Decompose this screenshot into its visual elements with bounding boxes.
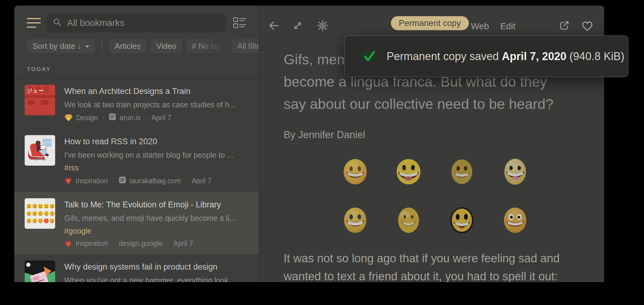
back-button[interactable] [266, 19, 281, 32]
emoji-row [342, 207, 529, 234]
filter-chip-articles[interactable]: Articles [109, 39, 146, 53]
search-input[interactable] [66, 17, 220, 28]
emoji-grinning-face-2-icon [395, 158, 422, 185]
emoji-grinning-face-3-icon [448, 158, 475, 185]
emoji-grinning-face-6-icon [395, 207, 422, 234]
date-label: April 7 [192, 177, 211, 185]
bookmark-title: When an Architect Designs a Train [64, 86, 235, 96]
bookmark-item[interactable]: How to read RSS in 2020 I've been workin… [14, 129, 259, 192]
checkmark-cloud-icon [359, 48, 379, 65]
meta-separator: · [112, 177, 115, 185]
bookmark-thumbnail [25, 135, 55, 166]
emoji-row [342, 158, 529, 185]
emoji-image-grid [342, 158, 529, 234]
collection-label[interactable]: Inspiration [76, 239, 108, 248]
source-label[interactable]: laurakalbag.com [129, 177, 181, 185]
date-label: April 7 [173, 239, 193, 248]
red-gem-icon [64, 240, 72, 248]
date-label: April 7 [151, 114, 171, 122]
bookmark-thumbnail: ジュー [25, 85, 55, 115]
bookmark-list: ジュー When an Architect Designs a Train We… [14, 78, 259, 282]
article-paragraph-line: It was not so long ago that if you were … [284, 249, 560, 267]
toast-permanent-copy-saved: Permanent copy saved April 7, 2020 (940.… [344, 35, 628, 77]
search-icon [53, 18, 62, 28]
bookmark-meta: Inspiration · laurakalbag.com · April 7 [64, 176, 233, 185]
filter-bar: Sort by date ↓ Articles Video # No tag A… [27, 39, 246, 53]
bookmark-tag[interactable]: #rss [64, 163, 233, 173]
collection-label[interactable]: Inspiration [76, 177, 108, 185]
thumbnail-text: ジュー [27, 87, 44, 94]
favicon-icon [109, 113, 116, 122]
toast-message-prefix: Permanent copy saved [387, 50, 502, 63]
sidebar-toolbar [27, 13, 246, 32]
bookmark-item-selected[interactable]: Talk to Me: The Evolution of Emoji - Lib… [14, 192, 259, 254]
filter-chip-all-filters[interactable]: All filters [232, 39, 259, 53]
emoji-grinning-face-5-icon [342, 207, 369, 234]
collection-label[interactable]: Design [76, 114, 98, 122]
bookmark-thumbnail [25, 260, 55, 282]
article-title-line: say about our collective need to be hear… [284, 93, 593, 115]
source-label[interactable]: design.google [119, 239, 162, 248]
favicon-icon [119, 176, 126, 185]
bookmark-description: When you've got a new hammer, everything… [64, 275, 228, 282]
bookmark-meta: Design · arun.is · April 7 [64, 113, 235, 122]
emoji-grinning-face-8-icon [502, 207, 529, 234]
bookmark-description: I've been working on a starter blog for … [64, 150, 233, 160]
sort-button[interactable]: Sort by date ↓ [27, 39, 95, 53]
meta-separator: · [145, 114, 147, 122]
menu-icon[interactable] [27, 18, 41, 28]
meta-separator: · [185, 177, 188, 185]
bookmark-item[interactable]: ジュー When an Architect Designs a Train We… [14, 78, 259, 129]
bookmark-thumbnail [25, 198, 55, 229]
filter-chip-no-tag[interactable]: # No tag [186, 39, 228, 53]
filter-divider [101, 40, 102, 52]
screen: Sort by date ↓ Articles Video # No tag A… [0, 0, 644, 305]
emoji-grinning-face-4-icon [502, 158, 529, 185]
article-paragraph-line: wanted to text a friend about it, you ha… [284, 267, 560, 282]
bookmark-meta: Inspiration · design.google · April 7 [64, 239, 236, 248]
source-label[interactable]: arun.is [119, 114, 140, 122]
toast-message: Permanent copy saved April 7, 2020 (940.… [387, 50, 624, 63]
meta-separator: · [112, 239, 115, 248]
meta-separator: · [102, 114, 105, 122]
sort-label: Sort by date ↓ [33, 41, 81, 51]
bookmark-title: Talk to Me: The Evolution of Emoji - Lib… [64, 199, 236, 210]
section-header-today: TODAY [27, 66, 246, 73]
red-gem-icon [64, 177, 72, 185]
sketch-diamond-icon [64, 114, 73, 122]
bookmark-title: How to read RSS in 2020 [64, 136, 233, 147]
emoji-grinning-face-7-icon [448, 207, 475, 234]
filter-chip-video[interactable]: Video [150, 39, 182, 53]
meta-separator: · [167, 239, 169, 248]
article-byline: By Jennifer Daniel [284, 129, 593, 141]
bookmark-title: Why design systems fail in product desig… [64, 262, 228, 272]
emoji-grinning-face-1-icon [342, 158, 369, 185]
bookmark-description: We look at two train projects as case st… [64, 100, 235, 109]
bookmark-tag[interactable]: #google [64, 226, 236, 236]
bookmark-description: Gifs, memes, and emoji have quickly beco… [64, 213, 236, 223]
toast-message-size: (940.8 KiB) [566, 50, 624, 63]
search-bar[interactable] [47, 13, 226, 32]
sidebar: Sort by date ↓ Articles Video # No tag A… [14, 5, 259, 282]
article-paragraph: It was not so long ago that if you were … [284, 249, 560, 282]
sort-caret-icon [85, 45, 89, 48]
bookmark-item[interactable]: Why design systems fail in product desig… [14, 254, 259, 282]
view-toggle-icon[interactable] [233, 16, 246, 30]
toast-message-date: April 7, 2020 [502, 50, 566, 63]
